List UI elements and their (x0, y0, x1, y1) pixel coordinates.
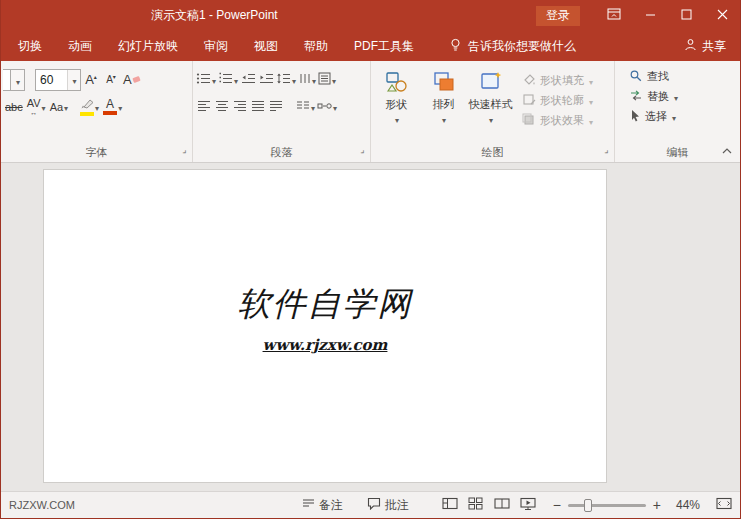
tab-help[interactable]: 帮助 (291, 31, 341, 61)
shrink-font-button[interactable]: A (101, 69, 121, 91)
justify-icon (251, 100, 265, 114)
ribbon-tab-row: 切换 动画 幻灯片放映 审阅 视图 帮助 PDF工具集 告诉我你想要做什么 共享 (1, 31, 740, 61)
shapes-button[interactable]: 形状 (373, 66, 420, 146)
replace-icon (629, 89, 643, 104)
shape-outline-label: 形状轮廓 (540, 93, 584, 108)
slide-sorter-icon (468, 497, 483, 513)
justify-button[interactable] (249, 96, 267, 118)
quick-styles-button[interactable]: 快速样式 (467, 66, 514, 146)
clear-format-letter: A (123, 72, 132, 87)
font-name-dropdown[interactable] (11, 69, 25, 91)
paragraph-row-1 (195, 66, 368, 93)
shape-fill-button[interactable]: 形状填充 (522, 73, 593, 88)
columns-icon (296, 100, 310, 114)
line-spacing-button[interactable] (275, 69, 297, 91)
chevron-down-icon (441, 113, 446, 125)
chevron-down-icon (291, 74, 296, 86)
font-name-combo[interactable] (3, 69, 11, 91)
reading-view-button[interactable] (489, 494, 515, 516)
text-direction-button[interactable] (297, 69, 317, 91)
character-spacing-button[interactable]: AV ↔ (25, 96, 48, 118)
increase-indent-icon (259, 72, 274, 87)
decrease-indent-button[interactable] (239, 69, 257, 91)
tab-view[interactable]: 视图 (241, 31, 291, 61)
zoom-out-button[interactable]: − (553, 497, 561, 513)
close-button[interactable] (704, 0, 740, 31)
notes-toggle-button[interactable]: 备注 (302, 497, 343, 514)
tab-animations[interactable]: 动画 (55, 31, 105, 61)
numbering-button[interactable] (217, 69, 239, 91)
paragraph-dialog-launcher[interactable] (355, 146, 368, 159)
maximize-button[interactable] (668, 0, 704, 31)
zoom-slider-track[interactable] (568, 504, 646, 507)
change-case-button[interactable]: Aa (48, 96, 70, 118)
find-label: 查找 (647, 69, 669, 84)
shape-effects-button[interactable]: 形状效果 (522, 113, 593, 128)
grow-font-button[interactable]: A (81, 69, 101, 91)
font-color-button[interactable]: A (101, 96, 124, 118)
select-button[interactable]: 选择 (629, 109, 738, 124)
tab-slideshow[interactable]: 幻灯片放映 (105, 31, 191, 61)
align-right-button[interactable] (231, 96, 249, 118)
slide-editing-area[interactable]: 软件自学网 www.rjzxw.com (1, 163, 740, 491)
shape-effects-icon (522, 113, 536, 128)
drawing-dialog-launcher[interactable] (599, 146, 612, 159)
fit-slide-to-window-button[interactable] (716, 497, 732, 513)
share-button[interactable]: 共享 (670, 31, 740, 61)
align-left-button[interactable] (195, 96, 213, 118)
lightbulb-icon (449, 38, 462, 55)
tab-pdf-tools[interactable]: PDF工具集 (341, 31, 427, 61)
powerpoint-window: 演示文稿1 - PowerPoint 登录 (0, 0, 741, 519)
character-spacing-letters: AV (27, 98, 41, 109)
slide-title-text[interactable]: 软件自学网 (44, 282, 606, 327)
tell-me-box[interactable]: 告诉我你想要做什么 (441, 31, 584, 61)
bullets-button[interactable] (195, 69, 217, 91)
clear-formatting-button[interactable]: A (121, 69, 143, 91)
ribbon: 60 A A A abc (1, 61, 740, 163)
comments-toggle-button[interactable]: 批注 (367, 497, 409, 514)
replace-button[interactable]: 替换 (629, 89, 738, 104)
font-size-dropdown[interactable] (67, 70, 80, 90)
replace-label: 替换 (647, 89, 669, 104)
collapse-ribbon-button[interactable] (721, 143, 733, 158)
normal-view-button[interactable] (437, 494, 463, 516)
zoom-controls: − + 44% (553, 497, 732, 513)
align-text-button[interactable] (317, 69, 337, 91)
align-center-button[interactable] (213, 96, 231, 118)
find-button[interactable]: 查找 (629, 69, 738, 84)
shrink-font-letter: A (106, 74, 113, 85)
zoom-in-button[interactable]: + (653, 497, 661, 513)
slideshow-view-button[interactable] (515, 494, 541, 516)
shape-effects-label: 形状效果 (540, 113, 584, 128)
sign-in-button[interactable]: 登录 (536, 6, 580, 26)
font-dialog-launcher[interactable] (177, 146, 190, 159)
chevron-down-icon (488, 113, 493, 125)
title-bar: 演示文稿1 - PowerPoint 登录 (1, 0, 740, 31)
align-left-icon (197, 100, 211, 114)
strikethrough-button[interactable]: abc (3, 96, 25, 118)
shape-outline-button[interactable]: 形状轮廓 (522, 93, 593, 108)
zoom-slider-thumb[interactable] (584, 499, 592, 512)
columns-button[interactable] (295, 96, 316, 118)
view-switcher (437, 494, 541, 516)
minimize-button[interactable] (632, 0, 668, 31)
ribbon-display-options-button[interactable] (596, 0, 632, 31)
convert-to-smartart-button[interactable] (316, 96, 338, 118)
caret-down-icon (113, 74, 116, 86)
font-size-combo[interactable]: 60 (35, 69, 81, 91)
editing-commands: 查找 替换 选择 (617, 66, 738, 124)
font-color-letter: A (106, 98, 114, 110)
tab-transitions[interactable]: 切换 (5, 31, 55, 61)
numbered-list-icon (218, 72, 233, 87)
arrange-button[interactable]: 排列 (420, 66, 467, 146)
text-highlight-button[interactable] (78, 96, 101, 118)
slide-subtitle-url[interactable]: www.rjzxw.com (44, 336, 606, 354)
slide-sorter-view-button[interactable] (463, 494, 489, 516)
increase-indent-button[interactable] (257, 69, 275, 91)
distribute-button[interactable] (267, 96, 285, 118)
select-label: 选择 (645, 109, 667, 124)
slide-canvas[interactable]: 软件自学网 www.rjzxw.com (43, 169, 607, 483)
zoom-percentage[interactable]: 44% (668, 498, 700, 512)
align-right-icon (233, 100, 247, 114)
tab-review[interactable]: 审阅 (191, 31, 241, 61)
